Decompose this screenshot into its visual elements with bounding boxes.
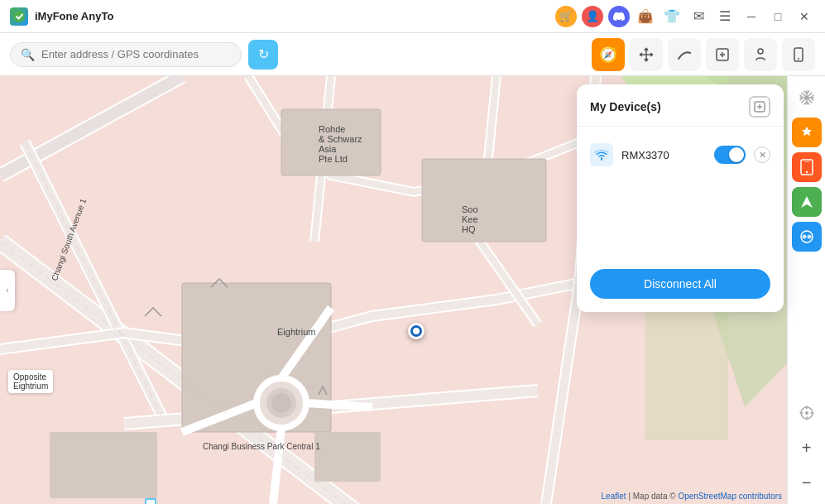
device-panel: My Device(s) RMX3370 [577,84,784,312]
discord-icon[interactable] [608,6,630,27]
disconnect-all-button[interactable]: Disconnect All [590,269,770,299]
svg-point-28 [802,235,806,239]
svg-point-25 [805,171,807,173]
maximize-button[interactable]: □ [767,6,789,27]
title-bar: iMyFone AnyTo 🛒 👤 👜 👕 ✉ ☰ ─ □ ✕ [0,0,825,33]
toolbar-tools: 🧭 [592,38,815,71]
device-name: RMX3370 [621,149,706,161]
app-logo [10,7,28,26]
menu-icon[interactable]: ☰ [714,6,736,27]
device-panel-header: My Device(s) [577,84,784,127]
svg-point-31 [805,411,808,415]
svg-point-29 [807,235,811,239]
sidebar-freeze-button[interactable] [792,83,822,113]
device-wifi-icon [590,143,613,166]
right-sidebar: + − [787,76,825,504]
map-container[interactable]: Rohde& SchwarzAsiaPte Ltd SooKeeHQ Eight… [0,76,825,504]
tool-device[interactable] [782,38,815,71]
email-icon[interactable]: ✉ [688,6,709,27]
app-title: iMyFone AnyTo [35,10,555,22]
close-button[interactable]: ✕ [794,6,815,27]
sidebar-phone-button[interactable] [792,152,822,182]
toolbar: 🔍 ↻ 🧭 [0,33,825,76]
sidebar-teleport-button[interactable] [792,118,822,147]
search-input[interactable] [41,48,231,60]
location-marker[interactable] [408,323,424,339]
svg-rect-18 [50,432,157,498]
title-icons: 🛒 👤 👜 👕 ✉ ☰ ─ □ ✕ [555,6,815,27]
shirt-icon[interactable]: 👕 [661,6,683,27]
svg-rect-26 [804,161,809,162]
zoom-in-button[interactable]: + [792,433,822,463]
left-panel-toggle[interactable]: ‹ [0,270,15,311]
svg-point-0 [13,11,25,22]
tool-move[interactable] [630,38,663,71]
svg-rect-9 [281,109,381,175]
device-panel-title: My Device(s) [590,100,661,113]
device-toggle[interactable] [714,146,746,164]
user-icon[interactable]: 👤 [582,6,603,27]
svg-rect-11 [422,159,546,242]
svg-rect-19 [314,432,381,482]
zoom-out-button[interactable]: − [792,468,822,497]
search-icon: 🔍 [21,48,35,61]
device-panel-footer: Disconnect All [577,259,784,312]
tool-compass[interactable]: 🧭 [592,38,625,71]
tool-person[interactable] [744,38,777,71]
sidebar-nav-button[interactable] [792,187,822,217]
add-device-button[interactable] [749,96,770,118]
shop-icon[interactable]: 🛒 [555,6,577,27]
svg-point-17 [271,393,291,413]
device-remove-button[interactable]: ✕ [754,146,770,163]
svg-point-4 [798,58,799,60]
svg-rect-21 [146,500,155,504]
search-box[interactable]: 🔍 [10,42,242,67]
sidebar-link-button[interactable] [792,222,822,252]
sidebar-gps-button[interactable] [792,398,822,428]
bag-icon[interactable]: 👜 [635,6,656,27]
device-item: RMX3370 ✕ [577,135,784,175]
minimize-button[interactable]: ─ [741,6,762,27]
svg-point-2 [758,49,763,54]
tool-route[interactable] [668,38,701,71]
tool-multi-route[interactable] [706,38,739,71]
refresh-button[interactable]: ↻ [248,40,278,70]
device-list: RMX3370 ✕ [577,127,784,259]
